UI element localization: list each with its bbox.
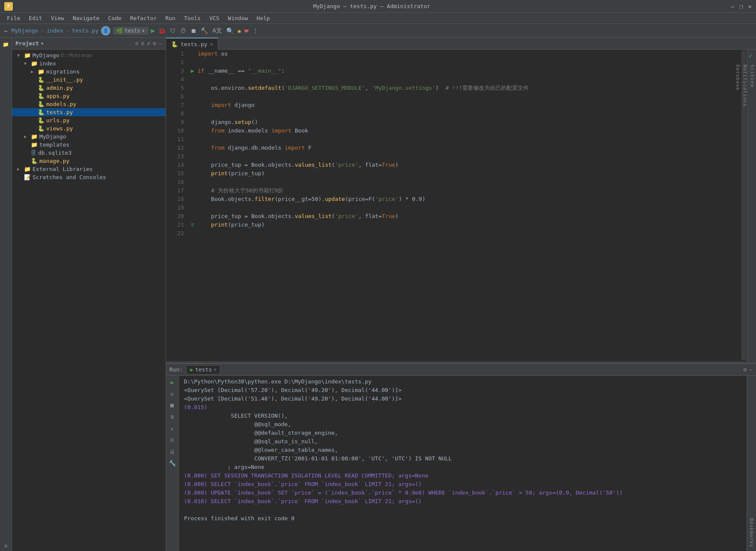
tree-item-urls[interactable]: 🐍urls.py (12, 116, 166, 124)
tree-item-mydj-root[interactable]: ▼📁MyDjango D:\MyDjango (12, 51, 166, 59)
run-stop-btn[interactable]: ⏹ (168, 401, 177, 410)
menu-item-tools[interactable]: Tools (181, 14, 204, 22)
editor-tab-tests[interactable]: 🐍 tests.py ✕ (166, 38, 218, 50)
collapse-icon[interactable]: ≡ (141, 40, 145, 47)
code-line-6[interactable] (191, 92, 737, 101)
run-pause-btn[interactable]: ⏸ (168, 412, 177, 422)
scview-label[interactable]: SciView (749, 61, 756, 361)
code-line-3[interactable]: ▶if __name__ == "__main__": (191, 67, 737, 75)
run-tab-close[interactable]: ✕ (213, 367, 216, 372)
code-line-8[interactable] (191, 109, 737, 118)
tab-close-button[interactable]: ✕ (210, 41, 213, 47)
tree-item-migrations[interactable]: ▶📁migrations (12, 68, 166, 76)
database-label[interactable]: Database (734, 61, 741, 361)
stop-button[interactable]: ⏹ (190, 27, 196, 34)
code-line-22[interactable] (191, 229, 737, 238)
run-tab-tests[interactable]: ▶ tests ✕ (186, 365, 220, 374)
code-line-2[interactable] (191, 58, 737, 67)
menu-item-window[interactable]: Window (225, 14, 252, 22)
code-line-17[interactable]: # 为价格大于50的书籍打9折 (191, 186, 737, 195)
code-line-12[interactable]: from django.db.models import F (191, 144, 737, 152)
run-settings-icon[interactable]: ⚙ (743, 366, 747, 373)
tree-item-index[interactable]: ▼📁index (12, 59, 166, 68)
code-line-19[interactable] (191, 203, 737, 212)
code-line-7[interactable]: import django (191, 101, 737, 109)
code-line-18[interactable]: Book.objects.filter(price__gt=50).update… (191, 195, 737, 203)
mark-icon[interactable]: ✗ (147, 40, 151, 47)
translate-button[interactable]: A文 (212, 27, 222, 35)
maximize-button[interactable]: ❐ (739, 3, 743, 10)
code-line-1[interactable]: import os (191, 50, 737, 58)
code-editor[interactable]: 12345678910111213141516171819202122 impo… (166, 50, 756, 361)
run-rerun-btn[interactable]: ↻ (169, 389, 176, 399)
tree-item-init[interactable]: 🐍__init__.py (12, 76, 166, 84)
error-button[interactable]: ❤ (244, 26, 249, 35)
bookmarks-label[interactable]: Bookmarks (749, 518, 754, 548)
code-line-5[interactable]: os.environ.setdefault('DJANGO_SETTINGS_M… (191, 84, 737, 92)
back-button[interactable]: ← (4, 27, 8, 34)
project-dropdown-arrow[interactable]: ▾ (41, 40, 44, 47)
menu-item-file[interactable]: File (3, 14, 24, 22)
menu-item-code[interactable]: Code (105, 14, 125, 22)
tree-item-models[interactable]: 🐍models.py (12, 100, 166, 108)
menu-item-run[interactable]: Run (162, 14, 179, 22)
nav-file[interactable]: tests.py (72, 27, 99, 34)
minimize-button[interactable]: — (731, 3, 734, 10)
run-minimize-icon[interactable]: — (749, 366, 753, 373)
debug-button[interactable]: 🐞 (158, 27, 166, 34)
star-button[interactable]: ★ (237, 26, 242, 35)
run-print-btn[interactable]: 🖨 (168, 447, 177, 457)
tree-item-db[interactable]: 🗄db.sqlite3 (12, 149, 166, 157)
coverage-button[interactable]: 🛡 (170, 27, 176, 34)
nav-project[interactable]: MyDjango (11, 27, 38, 34)
user-avatar[interactable]: 👤 (101, 26, 110, 35)
settings-icon[interactable]: ⚙ (153, 40, 156, 47)
build-button[interactable]: 🔨 (201, 27, 208, 34)
code-line-4[interactable] (191, 75, 737, 84)
project-tool-button[interactable]: 📁 (1, 39, 11, 50)
tree-item-apps[interactable]: 🐍apps.py (12, 92, 166, 100)
tree-item-tests[interactable]: 🐍tests.py (12, 108, 166, 116)
code-content[interactable]: import os▶if __name__ == "__main__": os.… (187, 50, 741, 361)
run-filter-btn[interactable]: ⊟ (169, 435, 176, 445)
tree-item-templates[interactable]: 📁templates (12, 141, 166, 149)
tree-item-manage[interactable]: 🐍manage.py (12, 157, 166, 165)
code-line-11[interactable] (191, 135, 737, 144)
run-scroll-btn[interactable]: ↡ (169, 424, 176, 433)
code-line-9[interactable]: django.setup() (191, 118, 737, 127)
code-line-10[interactable]: from index.models import Book (191, 127, 737, 135)
code-line-16[interactable] (191, 178, 737, 186)
menu-item-edit[interactable]: Edit (25, 14, 45, 22)
run-button[interactable]: ▶ (151, 27, 155, 35)
notifications-label[interactable]: Notifications (741, 61, 749, 361)
hide-icon[interactable]: — (159, 40, 162, 47)
tree-item-admin[interactable]: 🐍admin.py (12, 84, 166, 92)
code-line-20[interactable]: price_tup = Book.objects.values_list('pr… (191, 212, 737, 221)
code-line-14[interactable]: price_tup = Book.objects.values_list('pr… (191, 161, 737, 169)
run-output[interactable]: D:\Python\Python38\python.exe D:\MyDjang… (179, 376, 747, 551)
run-config-selector[interactable]: 🌿 tests ▾ (113, 27, 148, 35)
tree-item-scratches[interactable]: 📝Scratches and Consoles (12, 173, 166, 181)
menu-item-help[interactable]: Help (253, 14, 273, 22)
tree-item-ext-libs[interactable]: ▶📁External Libraries (12, 165, 166, 173)
scope-icon[interactable]: ⊙ (135, 40, 139, 47)
run-wrench-btn[interactable]: 🔧 (167, 458, 178, 468)
search-button[interactable]: 🔍 (226, 27, 234, 34)
line-number-18: 18 (169, 195, 184, 203)
run-label: Run: (169, 366, 183, 373)
tree-item-views[interactable]: 🐍views.py (12, 124, 166, 133)
menu-item-navigate[interactable]: Navigate (69, 14, 103, 22)
profile-button[interactable]: ⏱ (180, 27, 186, 34)
code-line-15[interactable]: print(price_tup) (191, 169, 737, 178)
more-button[interactable]: ⋮ (252, 27, 258, 34)
run-play-btn[interactable]: ▶ (169, 377, 176, 387)
menu-item-vcs[interactable]: VCS (206, 14, 222, 22)
tree-item-mydjango-sub[interactable]: ▶📁MyDjango (12, 133, 166, 141)
settings-strip-button[interactable]: ⚙ (1, 541, 11, 551)
menu-item-refactor[interactable]: Refactor (127, 14, 160, 22)
code-line-13[interactable] (191, 152, 737, 161)
close-button[interactable]: ✕ (748, 3, 752, 10)
menu-item-view[interactable]: View (47, 14, 68, 22)
nav-index[interactable]: index (47, 27, 63, 34)
code-line-21[interactable]: ▽ print(price_tup) (191, 221, 737, 229)
